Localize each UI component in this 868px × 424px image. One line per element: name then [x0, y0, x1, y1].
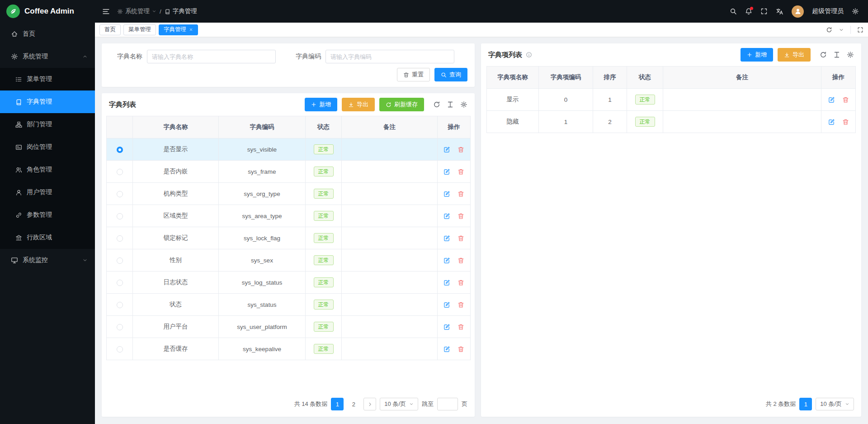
edit-icon[interactable] — [443, 168, 450, 175]
table-row[interactable]: 显示 0 1 正常 — [487, 89, 856, 111]
sidebar-item-system-monitor[interactable]: 系统监控 — [0, 249, 95, 272]
page-button-1[interactable]: 1 — [799, 398, 812, 410]
delete-icon[interactable] — [458, 279, 464, 286]
export-dict-item-button[interactable]: 导出 — [778, 48, 811, 62]
table-row[interactable]: 隐藏 1 2 正常 — [487, 111, 856, 133]
fullscreen-icon[interactable] — [760, 8, 768, 15]
edit-icon[interactable] — [443, 213, 450, 219]
sidebar-item-role-mgmt[interactable]: 角色管理 — [0, 158, 95, 181]
delete-icon[interactable] — [458, 324, 464, 330]
translate-icon[interactable] — [776, 8, 783, 15]
page-button-2[interactable]: 2 — [347, 398, 360, 410]
table-row[interactable]: 性别 sys_sex 正常 — [107, 249, 471, 272]
row-radio[interactable] — [117, 235, 123, 242]
delete-icon[interactable] — [458, 346, 464, 353]
edit-icon[interactable] — [443, 346, 450, 353]
row-density-icon[interactable] — [447, 101, 454, 108]
refresh-cache-button[interactable]: 刷新缓存 — [379, 98, 424, 111]
expand-layout-icon[interactable] — [857, 27, 863, 33]
delete-icon[interactable] — [458, 191, 464, 197]
row-radio[interactable] — [117, 169, 123, 175]
sidebar-item-post-mgmt[interactable]: 岗位管理 — [0, 136, 95, 158]
dict-list-title: 字典列表 — [109, 100, 136, 109]
row-radio[interactable] — [117, 257, 123, 264]
tab-dict-mgmt[interactable]: 字典管理 — [159, 24, 198, 35]
sidebar-item-dept-mgmt[interactable]: 部门管理 — [0, 113, 95, 136]
sidebar-item-user-mgmt[interactable]: 用户管理 — [0, 181, 95, 204]
sidebar-collapse-icon[interactable] — [102, 8, 110, 15]
export-dict-button[interactable]: 导出 — [342, 98, 375, 111]
total-count: 共 14 条数据 — [294, 400, 328, 408]
edit-icon[interactable] — [828, 119, 835, 125]
row-radio[interactable] — [117, 213, 123, 219]
delete-icon[interactable] — [458, 146, 464, 153]
table-row[interactable]: 区域类型 sys_area_type 正常 — [107, 205, 471, 227]
page-size-select[interactable]: 10 条/页 — [380, 398, 418, 410]
tab-home[interactable]: 首页 — [99, 24, 121, 35]
add-dict-button[interactable]: 新增 — [305, 98, 337, 111]
edit-icon[interactable] — [443, 235, 450, 242]
row-density-icon[interactable] — [833, 51, 840, 58]
table-row[interactable]: 状态 sys_status 正常 — [107, 294, 471, 316]
delete-icon[interactable] — [458, 213, 464, 219]
table-row[interactable]: 是否内嵌 sys_frame 正常 — [107, 161, 471, 183]
column-settings-gear-icon[interactable] — [460, 101, 467, 108]
sidebar-item-system-mgmt[interactable]: 系统管理 — [0, 45, 95, 68]
refresh-icon[interactable] — [826, 27, 832, 33]
delete-icon[interactable] — [458, 257, 464, 264]
avatar[interactable] — [792, 5, 804, 18]
edit-icon[interactable] — [443, 324, 450, 330]
row-radio[interactable] — [117, 302, 123, 308]
delete-icon[interactable] — [458, 168, 464, 175]
row-radio[interactable] — [117, 280, 123, 286]
add-dict-item-button[interactable]: 新增 — [741, 48, 773, 62]
row-radio[interactable] — [117, 191, 123, 197]
row-radio[interactable] — [117, 147, 123, 153]
edit-icon[interactable] — [443, 257, 450, 264]
sidebar-item-dict-mgmt[interactable]: 字典管理 — [0, 91, 95, 113]
table-row[interactable]: 是否缓存 sys_keepalive 正常 — [107, 338, 471, 360]
delete-icon[interactable] — [458, 235, 464, 242]
sidebar-item-param-mgmt[interactable]: 参数管理 — [0, 204, 95, 226]
status-badge: 正常 — [314, 344, 334, 354]
jump-page-input[interactable] — [437, 398, 458, 410]
dict-code-input[interactable] — [326, 50, 454, 63]
page-button-1[interactable]: 1 — [331, 398, 344, 410]
reset-button[interactable]: 重置 — [397, 68, 430, 81]
search-icon[interactable] — [730, 8, 737, 15]
page-size-select[interactable]: 10 条/页 — [816, 398, 854, 410]
next-page-button[interactable] — [363, 398, 376, 410]
table-row[interactable]: 是否显示 sys_visible 正常 — [107, 138, 471, 161]
edit-icon[interactable] — [443, 146, 450, 153]
close-icon[interactable] — [189, 28, 193, 32]
table-row[interactable]: 用户平台 sys_user_platform 正常 — [107, 316, 471, 338]
breadcrumb-item-system-mgmt[interactable]: 系统管理 — [117, 7, 156, 15]
row-radio[interactable] — [117, 324, 123, 330]
delete-icon[interactable] — [458, 301, 464, 308]
refresh-table-icon[interactable] — [433, 101, 440, 108]
row-radio[interactable] — [117, 346, 123, 353]
table-row[interactable]: 机构类型 sys_org_type 正常 — [107, 183, 471, 205]
delete-icon[interactable] — [842, 96, 849, 103]
sidebar-item-admin-region[interactable]: 行政区域 — [0, 226, 95, 249]
info-icon[interactable] — [526, 52, 532, 58]
query-button[interactable]: 查询 — [434, 68, 467, 81]
column-settings-gear-icon[interactable] — [847, 51, 854, 58]
sidebar-item-home[interactable]: 首页 — [0, 23, 95, 45]
app-logo[interactable]: Coffee Admin — [0, 0, 95, 23]
edit-icon[interactable] — [443, 279, 450, 286]
chevron-down-icon[interactable] — [839, 27, 844, 33]
tab-menu-mgmt[interactable]: 菜单管理 — [123, 24, 156, 35]
settings-gear-icon[interactable] — [852, 8, 859, 15]
edit-icon[interactable] — [828, 96, 835, 103]
refresh-table-icon[interactable] — [820, 51, 827, 58]
dict-name-input[interactable] — [147, 50, 276, 63]
delete-icon[interactable] — [842, 119, 849, 125]
table-row[interactable]: 日志状态 sys_log_status 正常 — [107, 272, 471, 294]
edit-icon[interactable] — [443, 301, 450, 308]
sidebar-item-menu-mgmt[interactable]: 菜单管理 — [0, 68, 95, 91]
edit-icon[interactable] — [443, 191, 450, 197]
notifications-button[interactable] — [745, 8, 752, 15]
table-row[interactable]: 锁定标记 sys_lock_flag 正常 — [107, 227, 471, 249]
current-user-name[interactable]: 超级管理员 — [812, 7, 844, 15]
